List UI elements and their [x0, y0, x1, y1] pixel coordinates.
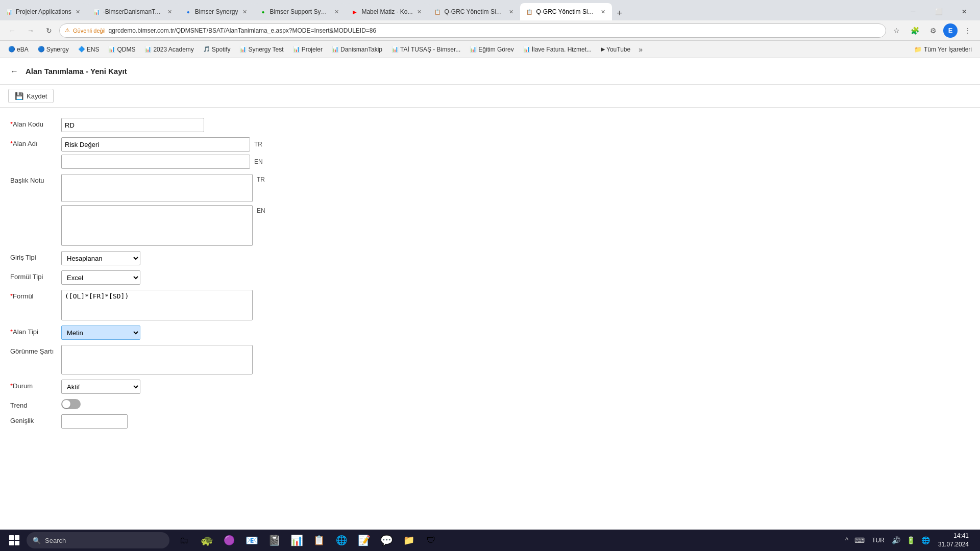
tab-qgrc-7[interactable]: 📋 Q-GRC Yönetim Siste... ✕ — [520, 3, 612, 20]
taskbar-app-explorer[interactable]: 🗂 — [174, 530, 195, 551]
tab-close-3[interactable]: ✕ — [240, 8, 249, 16]
menu-button[interactable]: ⋮ — [960, 22, 976, 39]
profile-button[interactable]: E — [943, 23, 958, 38]
formul-label-text: Formül — [13, 292, 33, 300]
minimize-button[interactable]: ─ — [901, 3, 925, 20]
outlook-icon: 📧 — [245, 534, 258, 547]
tab-bimser-danismantak[interactable]: 📊 -BimserDanismanTak... ✕ — [87, 3, 179, 20]
tab-bimser-synergy[interactable]: ● Bimser Synergy ✕ — [179, 3, 254, 20]
taskbar-app-security[interactable]: 🛡 — [421, 530, 442, 551]
tab-bimser-support[interactable]: ● Bimser Support Syst... ✕ — [254, 3, 346, 20]
giris-tipi-label-text: Giriş Tipi — [10, 254, 36, 261]
custom1-icon: 🐢 — [200, 534, 213, 547]
taskbar-search-box[interactable]: 🔍 Search — [27, 532, 169, 548]
nav-bar: ← → ↻ ⚠ Güvenli değil qgrcdemo.bimser.co… — [0, 20, 980, 41]
bookmark-synergy-test[interactable]: 📊 Synergy Test — [235, 43, 287, 56]
close-button[interactable]: ✕ — [952, 3, 976, 20]
maximize-button[interactable]: ⬜ — [927, 3, 950, 20]
tray-chevron[interactable]: ^ — [843, 534, 851, 546]
durum-select[interactable]: Aktif Pasif — [61, 380, 140, 394]
genislik-input[interactable] — [62, 415, 128, 428]
new-tab-button[interactable]: + — [612, 6, 626, 20]
tab-close-2[interactable]: ✕ — [166, 8, 174, 16]
alan-adi-label: *Alan Adı — [10, 137, 61, 147]
formul-group: *Formül ([OL]*[FR]*[SD]) — [10, 290, 970, 320]
bookmark-qdms[interactable]: 📊 QDMS — [104, 43, 139, 56]
taskbar-app-teams[interactable]: 💬 — [376, 530, 397, 551]
tab-close-5[interactable]: ✕ — [415, 8, 423, 16]
bookmark-spotify[interactable]: 🎵 Spotify — [199, 43, 235, 56]
alan-adi-tr-label: TR — [254, 141, 262, 148]
bookmark-ens[interactable]: 🔷 ENS — [74, 43, 104, 56]
bookmark-ilavefatura[interactable]: 📊 İlave Fatura. Hizmet... — [519, 43, 596, 56]
taskbar-app-outlook[interactable]: 📧 — [241, 530, 262, 551]
formul-input[interactable]: ([OL]*[FR]*[SD]) — [61, 290, 253, 320]
save-button[interactable]: 💾 Kaydet — [8, 89, 54, 103]
bookmark-tai[interactable]: 📊 TAİ TUSAŞ - Bimser... — [387, 43, 464, 56]
gorunme-sarti-group: Görünme Şartı — [10, 345, 970, 374]
tab-mabel-matiz[interactable]: ▶ Mabel Matiz - Ko... ✕ — [346, 3, 428, 20]
address-bar[interactable]: ⚠ Güvenli değil qgrcdemo.bimser.com.tr/Q… — [59, 23, 886, 38]
taskbar-app-chrome[interactable]: 🌐 — [331, 530, 352, 551]
bookmarks-more-button[interactable]: » — [635, 44, 646, 55]
alan-tipi-select[interactable]: Metin Sayı Tarih Liste — [61, 325, 140, 340]
alan-adi-inputs: TR EN — [61, 137, 263, 169]
tab-qgrc-6[interactable]: 📋 Q-GRC Yönetim Siste... ✕ — [428, 3, 520, 20]
nav-icons: ☆ 🧩 ⚙ E ⋮ — [888, 22, 976, 39]
taskbar-app-files[interactable]: 📁 — [398, 530, 420, 551]
language-indicator[interactable]: TUR — [869, 535, 888, 546]
tray-battery[interactable]: 🔋 — [904, 534, 917, 546]
tray-keyboard[interactable]: ⌨ — [852, 534, 867, 546]
alan-adi-tr-input[interactable] — [61, 137, 250, 152]
baslik-notu-tr-input[interactable] — [61, 174, 253, 202]
tray-speaker[interactable]: 🔊 — [890, 534, 902, 546]
taskbar-search-icon: 🔍 — [33, 537, 41, 544]
bookmark-egitimgorev[interactable]: 📊 Eğitim Görev — [465, 43, 518, 56]
start-button[interactable] — [4, 531, 24, 550]
taskbar-app-taskmanager[interactable]: 📋 — [308, 530, 330, 551]
bookmark-projeler[interactable]: 📊 Projeler — [289, 43, 327, 56]
tab-projeler[interactable]: 📊 Projeler Applications ✕ — [0, 3, 87, 20]
back-nav-button[interactable]: ← — [4, 22, 20, 39]
tab-close-1[interactable]: ✕ — [74, 8, 82, 16]
gorunme-sarti-label: Görünme Şartı — [10, 345, 61, 355]
gorunme-sarti-label-text: Görünme Şartı — [10, 347, 54, 355]
gorunme-sarti-input[interactable] — [61, 345, 253, 374]
bookmark-youtube[interactable]: ▶ YouTube — [597, 43, 634, 56]
tray-clock[interactable]: 14:41 31.07.2024 — [935, 531, 972, 550]
back-button[interactable]: ← — [8, 65, 20, 78]
tab-close-4[interactable]: ✕ — [332, 8, 340, 16]
forward-nav-button[interactable]: → — [22, 22, 39, 39]
formul-tipi-select[interactable]: Excel Standart — [61, 270, 140, 285]
tab-bar: 📊 Projeler Applications ✕ 📊 -BimserDanis… — [0, 0, 980, 20]
taskbar-app-custom1[interactable]: 🐢 — [196, 530, 217, 551]
ens-icon: 🔷 — [78, 46, 85, 53]
bookmark-eba[interactable]: 🔵 eBA — [4, 43, 33, 56]
bookmark-synergy[interactable]: 🔵 Synergy — [34, 43, 73, 56]
reload-button[interactable]: ↻ — [41, 22, 57, 39]
trend-toggle[interactable] — [61, 399, 81, 409]
security-icon: ⚠ — [65, 27, 70, 34]
taskbar-app-custom2[interactable]: 🟣 — [218, 530, 240, 551]
bookmarks-folder[interactable]: 📁 Tüm Yer İşaretleri — [910, 44, 976, 55]
svg-rect-1 — [15, 535, 19, 540]
baslik-notu-en-input[interactable] — [61, 205, 253, 246]
taskbar-app-excel[interactable]: 📊 — [286, 530, 307, 551]
svg-rect-0 — [9, 535, 14, 540]
bookmark-2023academy[interactable]: 📊 2023 Academy — [140, 43, 198, 56]
tray-network[interactable]: 🌐 — [919, 534, 932, 546]
genislik-label: Genişlik — [10, 414, 61, 424]
giris-tipi-group: Giriş Tipi Hesaplanan Manuel Otomatik — [10, 251, 970, 265]
profile-extension-button[interactable]: 🧩 — [906, 22, 923, 39]
tab-close-6[interactable]: ✕ — [507, 8, 515, 16]
taskbar-app-word[interactable]: 📝 — [353, 530, 375, 551]
bookmark-danismantakip[interactable]: 📊 DanismanTakip — [328, 43, 386, 56]
tab-close-7[interactable]: ✕ — [599, 8, 607, 16]
taskbar-app-onenote[interactable]: 📓 — [263, 530, 285, 551]
bookmark-star-button[interactable]: ☆ — [888, 22, 904, 39]
alan-adi-en-input[interactable] — [61, 155, 250, 169]
extensions-button[interactable]: ⚙ — [925, 22, 941, 39]
taskmanager-icon: 📋 — [312, 534, 326, 547]
alan-kodu-input[interactable] — [61, 118, 204, 132]
giris-tipi-select[interactable]: Hesaplanan Manuel Otomatik — [61, 251, 140, 265]
